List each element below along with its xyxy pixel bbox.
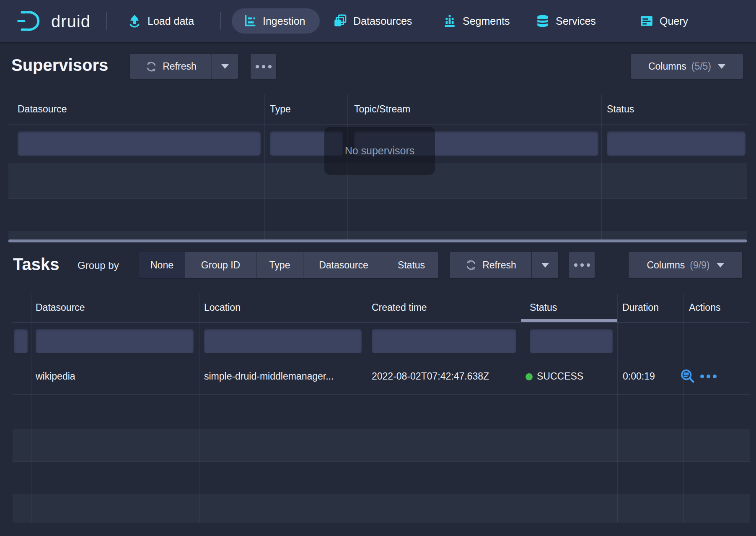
nav-item-ingestion[interactable]: Ingestion [232,8,320,34]
horizontal-scrollbar[interactable] [8,239,747,242]
column-header-actions[interactable]: Actions [689,302,720,313]
status-cell[interactable]: SUCCESS [526,371,614,382]
datasource-cell[interactable]: wikipedia [36,371,195,382]
supervisors-refresh-button[interactable]: Refresh [130,54,212,79]
segments-icon [443,14,457,28]
column-header-duration[interactable]: Duration [622,302,659,313]
column-header-status[interactable]: Status [530,302,557,313]
sort-indicator [521,319,617,322]
supervisors-columns-button[interactable]: Columns (5/5) [631,54,743,79]
caret-down-icon [717,263,724,268]
nav-item-segments[interactable]: Segments [443,0,510,42]
caret-down-icon [221,64,229,69]
column-header-type[interactable]: Type [270,104,291,115]
query-icon [639,14,654,28]
nav-item-services[interactable]: Services [536,0,596,42]
page-title-tasks: Tasks [13,255,59,274]
location-filter-input[interactable] [204,329,362,353]
hidden-column-filter-input[interactable] [14,329,28,353]
table-row-empty [8,231,747,239]
nav-divider [106,12,107,30]
status-filter-input[interactable] [607,131,746,156]
success-status-dot [526,373,533,380]
supervisors-more-button[interactable] [251,54,276,79]
group-by-status-button[interactable]: Status [384,252,438,278]
tasks-more-button[interactable] [569,252,595,278]
ingestion-icon [243,14,257,28]
inspect-task-button[interactable] [680,368,695,383]
more-icon [700,375,717,378]
nav-item-load-data[interactable]: Load data [127,0,194,42]
more-icon [256,65,272,68]
tasks-refresh-button[interactable]: Refresh [450,252,531,278]
status-filter-input[interactable] [530,329,613,353]
supervisors-refresh-dropdown-button[interactable] [212,54,238,79]
group-by-group-id-button[interactable]: Group ID [185,252,256,278]
group-by-button-group: None Group ID Type Datasource Status [139,252,438,278]
tasks-table: Datasource Location Created time Status … [13,294,750,523]
column-header-datasource[interactable]: Datasource [36,302,85,313]
nav-item-datasources[interactable]: Datasources [333,0,412,42]
task-actions-more-button[interactable] [700,375,717,378]
column-header-location[interactable]: Location [204,302,241,313]
nav-divider [220,12,221,30]
no-supervisors-overlay: No supervisors [324,127,435,175]
logo-text[interactable]: druid [51,12,91,31]
group-by-label: Group by [78,260,119,271]
duration-cell[interactable]: 0:00:19 [623,371,681,382]
table-row-empty [13,494,750,523]
datasource-filter-input[interactable] [36,329,194,353]
upload-icon [127,14,142,28]
column-header-datasource[interactable]: Datasource [18,104,67,115]
more-icon [574,263,590,267]
caret-down-icon [541,263,549,268]
nav-divider [618,12,618,30]
navbar: druid Load data Ingestion Datasources [0,0,756,42]
empty-message: No supervisors [345,145,415,157]
refresh-icon [465,259,477,271]
column-header-status[interactable]: Status [607,104,634,115]
group-by-datasource-button[interactable]: Datasource [303,252,384,278]
column-header-created-time[interactable]: Created time [372,302,427,313]
group-by-none-button[interactable]: None [139,252,185,278]
created-time-filter-input[interactable] [372,329,516,353]
location-cell[interactable]: simple-druid-middlemanager... [204,371,363,382]
nav-item-query[interactable]: Query [639,0,688,42]
group-by-type-button[interactable]: Type [256,252,303,278]
refresh-icon [145,60,158,73]
table-row-empty [13,429,750,461]
datasource-filter-input[interactable] [18,131,261,156]
datasources-icon [333,14,347,28]
column-header-topic-stream[interactable]: Topic/Stream [354,104,410,115]
created-time-cell[interactable]: 2022-08-02T07:42:47.638Z [372,371,518,382]
magnifier-details-icon [680,368,695,383]
page-title-supervisors: Supervisors [11,56,108,75]
druid-logo-icon [17,9,45,33]
tasks-columns-button[interactable]: Columns (9/9) [629,252,742,278]
supervisors-table: Datasource Type Topic/Stream Status No s… [8,94,747,242]
tasks-refresh-dropdown-button[interactable] [531,252,558,278]
caret-down-icon [718,64,725,69]
services-icon [536,14,550,28]
